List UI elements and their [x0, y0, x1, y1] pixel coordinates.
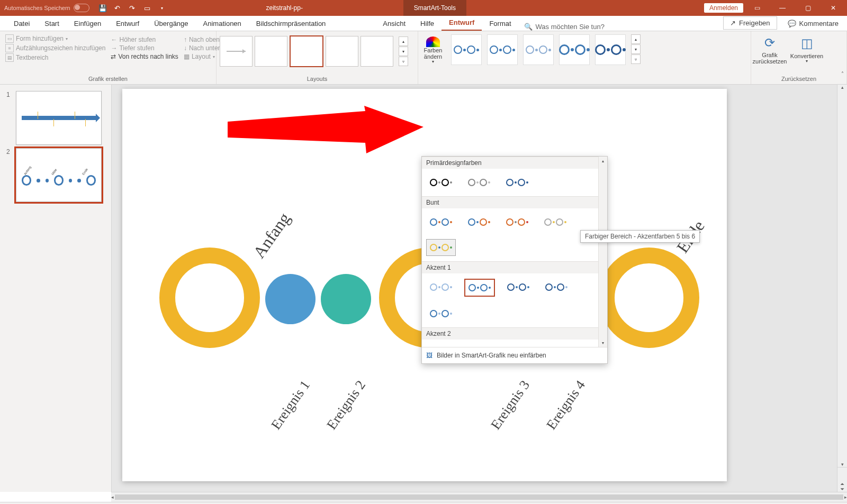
scroll-up-icon[interactable]: ▴: [841, 85, 844, 90]
next-slide-icon[interactable]: ⏷: [840, 487, 845, 492]
vertical-scrollbar[interactable]: ▴ ▾ ⏶ ⏷: [837, 85, 847, 492]
color-option-selected[interactable]: [464, 279, 495, 297]
color-option[interactable]: [464, 345, 494, 347]
color-option[interactable]: [542, 279, 571, 296]
ring-ende[interactable]: [599, 248, 699, 348]
dropdown-scrollbar[interactable]: ▴ ▾: [598, 157, 607, 347]
color-option[interactable]: [540, 214, 570, 231]
reset-icon: ⟳: [764, 36, 775, 50]
recolor-pictures-button[interactable]: 🖼 Bilder in SmartArt-Grafik neu einfärbe…: [422, 347, 607, 363]
color-option[interactable]: [503, 279, 533, 296]
thumb-2[interactable]: 2 Anfang Mitte Ende: [6, 148, 105, 202]
start-slideshow-icon[interactable]: ▭: [143, 4, 151, 12]
change-colors-button[interactable]: Farben ändern ▾: [418, 31, 448, 69]
signin-button[interactable]: Anmelden: [704, 3, 743, 13]
tell-me-search[interactable]: 🔍 Was möchten Sie tun?: [519, 23, 610, 31]
scroll-left-icon[interactable]: ◂: [111, 494, 114, 500]
chevron-down-icon[interactable]: ▾: [399, 47, 408, 56]
layout-option[interactable]: [255, 36, 287, 67]
style-gallery[interactable]: ▴▾▿: [448, 31, 644, 69]
scroll-up-icon[interactable]: ▴: [599, 157, 607, 165]
slide-thumbnails[interactable]: 1 2 Anfang Mitte Ende: [0, 85, 112, 492]
tab-slideshow[interactable]: Bildschirmpräsentation: [249, 16, 334, 31]
comments-button[interactable]: 💬 Kommentare: [781, 17, 845, 30]
autosave-toggle[interactable]: Automatisches Speichern: [4, 4, 89, 12]
tab-view[interactable]: Ansicht: [375, 16, 413, 31]
scroll-down-icon[interactable]: ▾: [599, 338, 607, 347]
color-option[interactable]: [426, 345, 456, 347]
disc-teal[interactable]: [321, 274, 371, 324]
chevron-up-icon[interactable]: ▴: [399, 36, 408, 46]
tab-design[interactable]: Entwurf: [109, 16, 147, 31]
layout-icon: ▦: [184, 53, 190, 60]
change-colors-dropdown[interactable]: Primärdesignfarben Bunt Akzent 1: [421, 156, 608, 364]
color-option[interactable]: [540, 345, 570, 347]
document-title: zeitstrahl-pp-: [166, 4, 403, 12]
color-option[interactable]: [502, 345, 532, 347]
chevron-down-icon[interactable]: ▾: [631, 44, 641, 54]
qat-more-icon[interactable]: ▾: [158, 4, 166, 12]
scroll-down-icon[interactable]: ▾: [841, 462, 844, 467]
redo-icon[interactable]: ↷: [129, 4, 136, 12]
tab-animations[interactable]: Animationen: [196, 16, 249, 31]
reset-graphic-button[interactable]: ⟳Grafik zurücksetzen: [751, 31, 788, 69]
tab-home[interactable]: Start: [37, 16, 66, 31]
text-pane-button[interactable]: ▤Textbereich: [5, 53, 105, 62]
color-option[interactable]: [464, 214, 494, 231]
tab-insert[interactable]: Einfügen: [67, 16, 109, 31]
layout-gallery[interactable]: ▴▾▿: [217, 31, 418, 71]
ring-anfang[interactable]: [159, 248, 260, 348]
gallery-spinner[interactable]: ▴▾▿: [399, 36, 408, 66]
style-option[interactable]: [559, 34, 590, 65]
style-gallery-spinner[interactable]: ▴▾▿: [631, 34, 641, 64]
rtl-button[interactable]: ⇄Von rechts nach links: [111, 53, 178, 60]
collapse-ribbon-icon[interactable]: ˄: [839, 71, 846, 77]
disc-blue[interactable]: [265, 274, 316, 324]
share-icon: ↗: [730, 19, 736, 27]
group-label-reset: Zurücksetzen: [751, 75, 846, 84]
scroll-right-icon[interactable]: ▸: [844, 494, 847, 500]
close-icon[interactable]: ✕: [822, 0, 845, 16]
tab-smartart-design[interactable]: Entwurf: [441, 15, 482, 31]
color-option[interactable]: [426, 305, 456, 322]
color-option[interactable]: [426, 174, 456, 191]
chevron-down-icon: ▾: [66, 36, 68, 41]
label-e2: Ereignis 2: [323, 378, 368, 433]
move-up-button: ↑Nach oben: [184, 36, 221, 43]
style-option[interactable]: [595, 34, 626, 65]
arrow-left-icon: ←: [111, 36, 117, 43]
color-option[interactable]: [426, 279, 456, 296]
style-option[interactable]: [523, 34, 554, 65]
convert-button[interactable]: ◫Konvertieren▾: [788, 31, 825, 69]
style-option[interactable]: [487, 34, 518, 65]
style-option[interactable]: [451, 34, 482, 65]
add-shape-button[interactable]: ▭Form hinzufügen ▾: [5, 34, 105, 43]
thumb-1[interactable]: 1: [6, 91, 105, 145]
ribbon-display-icon[interactable]: ▭: [745, 0, 769, 16]
layout-option[interactable]: [220, 36, 253, 67]
color-option-hover[interactable]: [426, 239, 456, 256]
chevron-up-icon[interactable]: ▴: [631, 34, 641, 44]
layout-option[interactable]: [361, 36, 393, 67]
color-option[interactable]: [464, 174, 494, 191]
color-option[interactable]: [502, 214, 532, 231]
save-icon[interactable]: 💾: [99, 4, 106, 12]
color-option[interactable]: [502, 174, 532, 191]
share-button[interactable]: ↗ Freigeben: [723, 16, 777, 30]
tab-help[interactable]: Hilfe: [413, 16, 441, 31]
layout-option[interactable]: [326, 36, 358, 67]
layout-option-selected[interactable]: [290, 35, 323, 67]
autosave-label: Automatisches Speichern: [4, 5, 70, 11]
maximize-icon[interactable]: ▢: [796, 0, 819, 16]
color-option[interactable]: [426, 214, 456, 231]
add-bullet-button[interactable]: ≡Aufzählungszeichen hinzufügen: [5, 44, 105, 52]
tab-transitions[interactable]: Übergänge: [147, 16, 195, 31]
tab-file[interactable]: Datei: [6, 16, 37, 31]
minimize-icon[interactable]: —: [771, 0, 794, 16]
more-icon[interactable]: ▿: [631, 54, 641, 64]
undo-icon[interactable]: ↶: [114, 4, 121, 12]
tab-smartart-format[interactable]: Format: [482, 16, 518, 31]
prev-slide-icon[interactable]: ⏶: [840, 481, 845, 487]
horizontal-scrollbar[interactable]: ◂ ▸: [111, 492, 847, 502]
more-icon[interactable]: ▿: [399, 57, 408, 66]
